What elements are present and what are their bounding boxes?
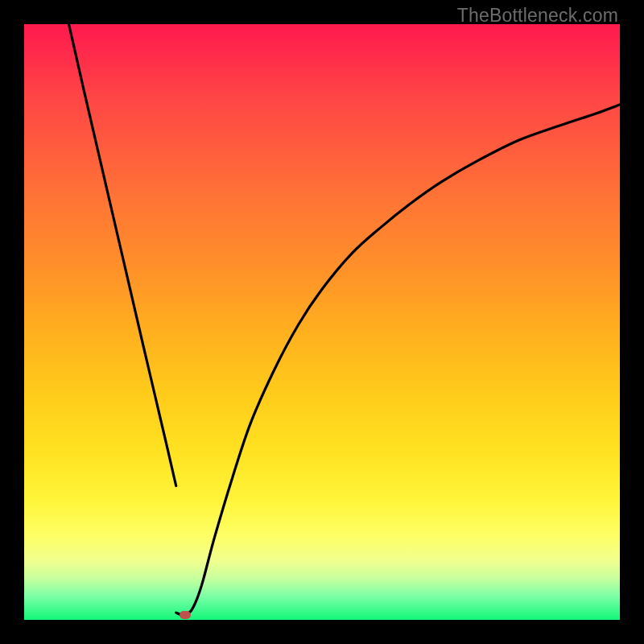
plot-area (24, 24, 620, 620)
curve-svg (24, 24, 620, 620)
curve-right-branch (176, 105, 620, 615)
watermark-text: TheBottleneck.com (457, 5, 618, 27)
curve-left-branch (69, 24, 176, 486)
minimum-marker (180, 611, 191, 619)
chart-stage: TheBottleneck.com (0, 0, 644, 644)
